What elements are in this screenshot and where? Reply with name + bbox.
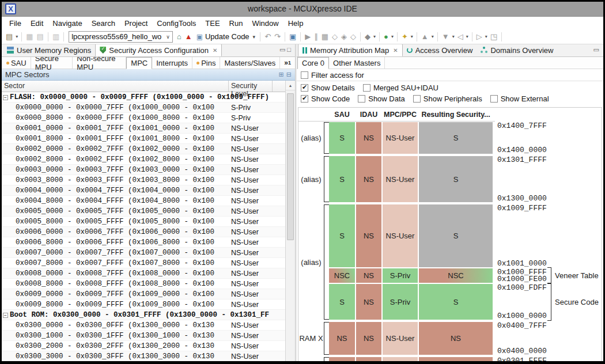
sector-row[interactable]: 0x0008_0000 - 0x0008_7FFF (0x1008_0000 -… bbox=[2, 268, 285, 279]
map-cell-resulting[interactable]: S bbox=[419, 122, 493, 154]
map-cell-resulting[interactable]: S bbox=[419, 284, 493, 320]
map-cell-idau[interactable]: NS bbox=[356, 284, 381, 320]
menu-project[interactable]: Project bbox=[120, 18, 152, 29]
map-cell-idau[interactable]: NS bbox=[356, 322, 381, 355]
sector-row[interactable]: 0x0009_0000 - 0x0009_7FFF (0x1009_0000 -… bbox=[2, 289, 285, 299]
step-into-icon[interactable]: ◇ bbox=[330, 32, 339, 42]
home-icon[interactable]: ⌂ bbox=[175, 32, 183, 42]
minimize-icon[interactable]: ▭ bbox=[593, 46, 601, 53]
checkbox-icon[interactable] bbox=[490, 95, 498, 103]
menu-help[interactable]: Help bbox=[283, 18, 308, 29]
checkbox-show-external[interactable]: Show External bbox=[490, 94, 549, 103]
forward-icon[interactable]: ▷ bbox=[475, 32, 484, 42]
map-cell-idau[interactable]: NS bbox=[356, 204, 381, 267]
collapse-all-icon[interactable]: ⊟ bbox=[286, 71, 292, 78]
chevron-down-icon[interactable]: ▾ bbox=[372, 34, 377, 39]
checkbox-show-peripherals[interactable]: Show Peripherals bbox=[413, 94, 482, 103]
back-icon[interactable]: ◁ bbox=[456, 32, 465, 42]
redo-icon[interactable]: ↷ bbox=[273, 32, 282, 42]
sector-row[interactable]: 0x0007_8000 - 0x0007_FFFF (0x1007_8000 -… bbox=[2, 258, 285, 268]
collapse-icon[interactable]: − bbox=[3, 95, 8, 100]
suspend-icon[interactable]: ∥ bbox=[312, 32, 320, 42]
map-cell-mpc-ppc[interactable]: NS-User bbox=[383, 122, 418, 154]
map-cell-resulting[interactable]: S bbox=[419, 204, 493, 267]
menu-edit[interactable]: Edit bbox=[26, 18, 48, 29]
column-header-sector[interactable]: Sector bbox=[2, 81, 229, 92]
debug-icon[interactable]: ▶ bbox=[303, 32, 312, 42]
sector-row[interactable]: 0x0008_8000 - 0x0008_FFFF (0x1008_8000 -… bbox=[2, 279, 285, 289]
save-all-icon[interactable]: ▤ bbox=[35, 32, 46, 42]
sector-group-row[interactable]: −Boot ROM: 0x0300_0000 - 0x0301_FFFF (0x… bbox=[2, 310, 285, 320]
undo-icon[interactable]: ↶ bbox=[263, 32, 273, 42]
sector-row[interactable]: 0x0006_8000 - 0x0006_FFFF (0x1006_8000 -… bbox=[2, 237, 285, 248]
checkbox-icon[interactable] bbox=[301, 71, 308, 79]
map-cell-idau[interactable] bbox=[356, 357, 381, 361]
map-cell-mpc-ppc[interactable] bbox=[383, 357, 418, 361]
map-cell-sau[interactable]: NS bbox=[329, 322, 355, 355]
checkbox-icon[interactable] bbox=[301, 95, 308, 103]
map-cell-sau[interactable]: NSC bbox=[329, 268, 355, 283]
step-over-icon[interactable]: ◈ bbox=[339, 32, 349, 42]
close-tab-icon[interactable]: ✕ bbox=[213, 47, 217, 54]
sector-row[interactable]: 0x0001_0000 - 0x0001_7FFF (0x1001_0000 -… bbox=[2, 123, 285, 134]
map-cell-sau[interactable]: S bbox=[329, 204, 355, 267]
checkbox-merged-sau-idau[interactable]: Merged SAU+IDAU bbox=[363, 84, 438, 92]
subtab-secure-mpu[interactable]: Secure MPU bbox=[31, 57, 73, 69]
menu-run[interactable]: Run bbox=[225, 18, 248, 29]
chevron-down-icon[interactable]: ▾ bbox=[451, 34, 456, 39]
map-cell-mpc-ppc[interactable]: S-Priv bbox=[383, 268, 418, 283]
chevron-down-icon[interactable]: ▾ bbox=[484, 34, 489, 39]
sector-row[interactable]: 0x0300_2000 - 0x0300_2FFF (0x1300_2000 -… bbox=[2, 341, 285, 351]
menu-window[interactable]: Window bbox=[247, 18, 283, 29]
tab-access-overview[interactable]: Access Overview bbox=[403, 44, 477, 56]
filter-access-checkbox[interactable]: Filter access for bbox=[301, 71, 364, 79]
profile-icon[interactable]: ● bbox=[382, 32, 390, 42]
subtab-masters-slaves[interactable]: Masters/Slaves bbox=[220, 57, 280, 69]
step-return-icon[interactable]: ◇ bbox=[349, 32, 358, 42]
checkbox-show-data[interactable]: Show Data bbox=[358, 94, 405, 103]
tab-domains-overview[interactable]: Domains Overview bbox=[477, 44, 557, 56]
checkbox-show-details[interactable]: Show Details bbox=[301, 84, 355, 92]
save-icon[interactable]: ▦ bbox=[24, 32, 35, 42]
sector-row[interactable]: 0x0004_8000 - 0x0004_FFFF (0x1004_8000 -… bbox=[2, 196, 285, 206]
sector-row[interactable]: 0x0005_8000 - 0x0005_FFFF (0x1005_8000 -… bbox=[2, 217, 285, 227]
sector-row[interactable]: 0x0007_0000 - 0x0007_7FFF (0x1007_0000 -… bbox=[2, 248, 285, 258]
sector-row[interactable]: 0x0001_8000 - 0x0001_FFFF (0x1001_8000 -… bbox=[2, 134, 285, 144]
map-cell-mpc-ppc[interactable]: NS-User bbox=[383, 322, 418, 355]
sector-row[interactable]: 0x0300_1000 - 0x0300_1FFF (0x1300_1000 -… bbox=[2, 331, 285, 341]
sector-row[interactable]: 0x0009_8000 - 0x0009_FFFF (0x1009_8000 -… bbox=[2, 299, 285, 310]
panel-window-buttons[interactable]: ▭ bbox=[593, 46, 601, 54]
checkbox-show-code[interactable]: Show Code bbox=[301, 94, 350, 103]
subtab-non-secure-mpu[interactable]: Non-secure MPU bbox=[73, 57, 126, 69]
map-cell-idau[interactable]: NS bbox=[356, 122, 381, 154]
chevron-down-icon[interactable]: ▾ bbox=[430, 34, 435, 39]
sector-row[interactable]: 0x0004_0000 - 0x0004_7FFF (0x1004_0000 -… bbox=[2, 185, 285, 196]
map-cell-sau[interactable]: S bbox=[329, 156, 355, 202]
checkbox-icon[interactable] bbox=[413, 95, 421, 103]
link-icon[interactable]: ✦ bbox=[400, 32, 410, 42]
map-cell-sau[interactable] bbox=[329, 357, 355, 361]
menu-navigate[interactable]: Navigate bbox=[48, 18, 86, 29]
checkbox-icon[interactable] bbox=[363, 84, 370, 92]
tab-other-masters[interactable]: Other Masters bbox=[329, 57, 385, 69]
expand-all-icon[interactable]: ⊞ bbox=[279, 71, 284, 78]
chevron-down-icon[interactable]: ▾ bbox=[14, 34, 19, 39]
menu-search[interactable]: Search bbox=[87, 18, 120, 29]
map-cell-mpc-ppc[interactable]: NS-User bbox=[383, 156, 418, 202]
sector-group-row[interactable]: −FLASH: 0x0000_0000 - 0x0009_FFFF (0x100… bbox=[2, 92, 285, 103]
tab-user-memory-regions[interactable]: User Memory Regions bbox=[3, 44, 95, 56]
column-header-security-level[interactable]: Security Level bbox=[229, 81, 273, 92]
map-cell-resulting[interactable] bbox=[419, 357, 493, 361]
maximize-icon[interactable]: □ bbox=[287, 46, 293, 53]
subtab-mpc[interactable]: MPC bbox=[126, 57, 152, 69]
menu-tee[interactable]: TEE bbox=[201, 18, 224, 29]
update-alert-icon[interactable]: ▲ bbox=[183, 32, 194, 42]
scrollbar-thumb[interactable] bbox=[287, 93, 294, 240]
scroll-up-icon[interactable]: ▲ bbox=[286, 81, 295, 90]
export-icon[interactable]: ▼ bbox=[440, 32, 451, 42]
subtab-sau[interactable]: SAU bbox=[2, 57, 31, 69]
map-cell-idau[interactable]: NS bbox=[356, 156, 381, 202]
build-icon[interactable]: ◆ bbox=[363, 32, 372, 42]
sector-row[interactable]: 0x0005_0000 - 0x0005_7FFF (0x1005_0000 -… bbox=[2, 206, 285, 217]
sector-row[interactable]: 0x0000_0000 - 0x0000_7FFF (0x1000_0000 -… bbox=[2, 103, 285, 113]
